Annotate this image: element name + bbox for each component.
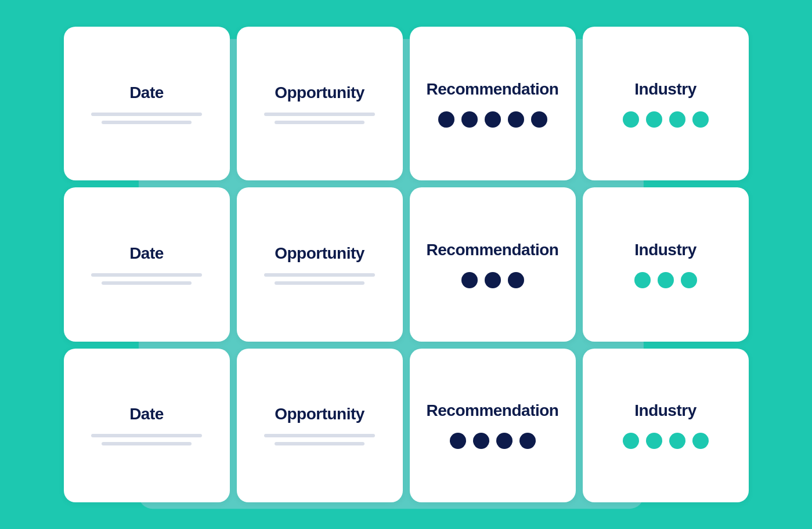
card-title-date-row1: Date [129, 84, 164, 102]
card-title-date-row3: Date [129, 405, 164, 423]
card-opportunity-row2: Opportunity [237, 187, 403, 341]
dot-group [623, 111, 709, 128]
placeholder-line [91, 434, 201, 437]
placeholder-line [275, 442, 365, 445]
dot-dark [508, 272, 524, 288]
dot-group [461, 272, 524, 288]
dot-teal [669, 111, 685, 128]
card-opportunity-row1: Opportunity [237, 27, 403, 180]
dot-dark [461, 272, 478, 288]
dot-teal [692, 433, 709, 449]
dot-teal [681, 272, 697, 288]
placeholder-line [264, 434, 374, 437]
line-group [78, 273, 216, 285]
dot-dark [461, 111, 478, 128]
card-industry-row2: Industry [583, 187, 749, 341]
placeholder-line [264, 273, 374, 277]
card-date-row2: Date [64, 187, 230, 341]
dot-dark [531, 111, 547, 128]
dot-dark [450, 433, 466, 449]
card-title-industry-row2: Industry [634, 241, 696, 259]
dot-dark [508, 111, 524, 128]
card-recommendation-row2: Recommendation [410, 187, 576, 341]
dot-group [450, 433, 536, 449]
card-title-date-row2: Date [129, 244, 164, 263]
dot-teal [623, 433, 639, 449]
dot-teal [692, 111, 709, 128]
line-group [251, 113, 389, 124]
card-recommendation-row1: Recommendation [410, 27, 576, 180]
placeholder-line [275, 281, 365, 285]
placeholder-line [264, 113, 374, 116]
card-title-opportunity-row1: Opportunity [275, 84, 365, 102]
dot-dark [485, 111, 501, 128]
placeholder-line [91, 113, 201, 116]
card-title-opportunity-row2: Opportunity [275, 244, 365, 263]
card-date-row1: Date [64, 27, 230, 180]
card-title-recommendation-row2: Recommendation [427, 241, 559, 259]
line-group [78, 113, 216, 124]
dot-teal [623, 111, 639, 128]
dot-teal [646, 433, 662, 449]
card-date-row3: Date [64, 349, 230, 502]
dot-group [623, 433, 709, 449]
card-title-opportunity-row3: Opportunity [275, 405, 365, 423]
dot-group [438, 111, 547, 128]
dot-dark [496, 433, 513, 449]
dot-teal [669, 433, 685, 449]
line-group [251, 273, 389, 285]
card-title-industry-row3: Industry [634, 401, 696, 420]
card-industry-row1: Industry [583, 27, 749, 180]
placeholder-line [275, 121, 365, 124]
placeholder-line [102, 442, 192, 445]
dot-teal [646, 111, 662, 128]
placeholder-line [102, 281, 192, 285]
dot-dark [473, 433, 489, 449]
card-title-recommendation-row3: Recommendation [427, 401, 559, 420]
card-recommendation-row3: Recommendation [410, 349, 576, 502]
main-grid: DateOpportunityRecommendationIndustryDat… [64, 27, 749, 502]
placeholder-line [102, 121, 192, 124]
dot-dark [485, 272, 501, 288]
dot-teal [634, 272, 651, 288]
dot-dark [438, 111, 454, 128]
placeholder-line [91, 273, 201, 277]
dot-teal [658, 272, 674, 288]
dot-group [634, 272, 697, 288]
line-group [78, 434, 216, 445]
card-opportunity-row3: Opportunity [237, 349, 403, 502]
card-industry-row3: Industry [583, 349, 749, 502]
line-group [251, 434, 389, 445]
card-title-recommendation-row1: Recommendation [427, 80, 559, 99]
dot-dark [519, 433, 536, 449]
card-title-industry-row1: Industry [634, 80, 696, 99]
